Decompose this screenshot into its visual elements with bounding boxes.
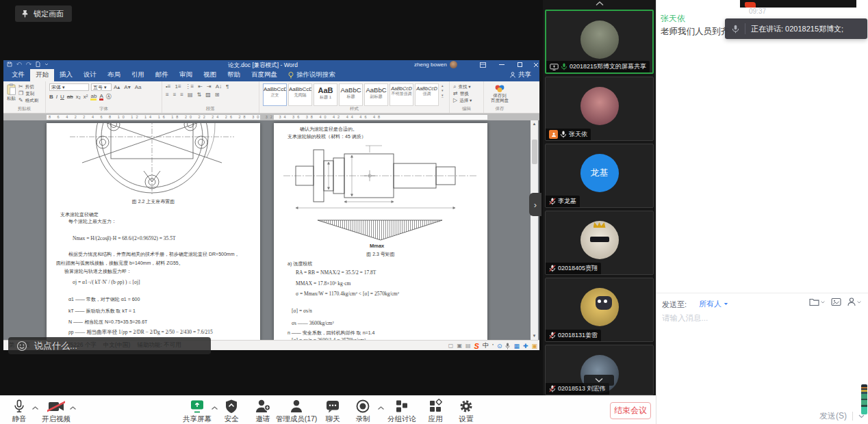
tab-review[interactable]: 审阅: [174, 68, 198, 81]
horizontal-ruler[interactable]: 8 6 4 2 2 4 6 8 10 12 14 16 18 20 22 24 …: [3, 114, 539, 120]
save-icon[interactable]: [7, 62, 12, 67]
sort-icon[interactable]: A↓: [216, 83, 222, 90]
quick-chat-overlay[interactable]: 说点什么...: [8, 337, 211, 354]
font-color-button[interactable]: A: [99, 94, 103, 101]
ribbon-display-options-button[interactable]: [476, 60, 489, 69]
format-painter-button[interactable]: ✎格式刷: [18, 97, 38, 104]
italic-button[interactable]: I: [56, 94, 58, 100]
send-button[interactable]: 发送(S): [819, 410, 847, 422]
tab-insert[interactable]: 插入: [54, 68, 78, 81]
end-meeting-button[interactable]: 结束会议: [610, 402, 651, 419]
change-case-icon[interactable]: Aa: [135, 84, 142, 90]
tab-view[interactable]: 视图: [198, 68, 222, 81]
video-options-chevron[interactable]: [69, 406, 77, 410]
qat-dropdown-icon[interactable]: [44, 63, 49, 66]
align-right-icon[interactable]: ≡: [180, 92, 183, 98]
copy-button[interactable]: ❐复制: [18, 90, 38, 97]
tab-home[interactable]: 开始: [30, 68, 54, 81]
font-name-select[interactable]: 宋体 ▾: [49, 83, 89, 91]
line-spacing-icon[interactable]: ⇅: [197, 92, 202, 98]
subscript-button[interactable]: x₂: [76, 94, 81, 100]
find-button[interactable]: ⌕查找 ▾: [453, 83, 480, 90]
replace-button[interactable]: ⇄替换: [453, 90, 480, 97]
ime-language-icon[interactable]: 中: [483, 341, 489, 350]
numbering-icon[interactable]: 1≡: [175, 83, 181, 90]
emoji-icon[interactable]: [16, 341, 27, 352]
web-layout-icon[interactable]: ▤: [465, 343, 471, 349]
participant-tile[interactable]: 02018405贲翔: [545, 211, 654, 275]
member-message-button[interactable]: [847, 297, 861, 306]
styles-gallery-more[interactable]: ▾̲: [442, 93, 444, 97]
document-area[interactable]: 图 2.2 上支座布置图 支承滚轮直径确定 每个滚轮上最大压力： Nmax = …: [3, 120, 539, 340]
undo-icon[interactable]: [16, 62, 22, 67]
paste-button[interactable]: 粘贴: [7, 83, 16, 104]
tab-baidu-pan[interactable]: 百度网盘: [246, 68, 283, 81]
ime-emoji-icon[interactable]: ⊙: [497, 343, 502, 349]
ime-punctuation-icon[interactable]: ’: [492, 343, 494, 349]
ime-mic-icon[interactable]: [505, 343, 510, 349]
scroll-up-arrow[interactable]: ▲: [531, 120, 538, 128]
participants-scroll-down[interactable]: [584, 375, 614, 386]
document-scrollbar[interactable]: ▲ ▼: [531, 120, 538, 340]
shading-icon[interactable]: ▨: [205, 92, 211, 98]
save-to-baidu-pan-button[interactable]: 保存到 百度网盘: [487, 84, 512, 103]
message-input[interactable]: 请输入消息...: [662, 313, 708, 323]
redo-icon[interactable]: [26, 62, 31, 67]
send-options-chevron[interactable]: [858, 414, 865, 419]
style-subtle-emphasis[interactable]: AaBbCcD 不明显强调: [390, 83, 413, 106]
read-mode-icon[interactable]: ▢: [448, 343, 454, 349]
start-video-button[interactable]: 开启视频: [34, 399, 78, 424]
multilevel-list-icon[interactable]: ⋮≡: [186, 83, 194, 90]
scroll-down-arrow[interactable]: ▼: [531, 332, 538, 340]
bullets-icon[interactable]: •≡: [166, 83, 170, 90]
increase-indent-icon[interactable]: ⇥: [207, 83, 212, 90]
record-button[interactable]: 录制: [341, 399, 385, 424]
pilcrow-icon[interactable]: ¶: [226, 83, 229, 90]
send-to-select[interactable]: 所有人: [699, 299, 728, 309]
borders-icon[interactable]: ⊞: [215, 92, 220, 98]
print-layout-icon[interactable]: ▣: [457, 343, 462, 349]
style-emphasis[interactable]: AaBbCcD 强调: [415, 83, 439, 106]
file-button[interactable]: [809, 297, 825, 306]
superscript-button[interactable]: x²: [84, 94, 88, 100]
font-size-select[interactable]: 五号 ▾: [91, 83, 112, 91]
style-subtitle[interactable]: AaBbC 副标题: [364, 83, 388, 106]
share-button[interactable]: 共享: [502, 68, 539, 81]
tell-me-search[interactable]: 操作说明搜索: [283, 68, 341, 81]
align-center-icon[interactable]: ≡: [173, 92, 177, 98]
participant-tile[interactable]: 张天依: [545, 77, 654, 141]
style-no-spacing[interactable]: AaBbCcD 无间隔: [288, 83, 312, 106]
restore-button[interactable]: [513, 60, 526, 69]
ime-keyboard-icon[interactable]: ▦: [513, 343, 520, 349]
style-title[interactable]: AaBbC 标题: [339, 83, 363, 106]
tab-mailings[interactable]: 邮件: [150, 68, 174, 81]
style-normal[interactable]: AaBbCcD 正文: [263, 83, 287, 106]
scrollbar-thumb[interactable]: [532, 140, 537, 164]
sogou-logo-icon[interactable]: S: [474, 342, 479, 350]
strikethrough-button[interactable]: ab: [67, 94, 73, 100]
tab-references[interactable]: 引用: [126, 68, 150, 81]
bold-button[interactable]: B: [49, 94, 53, 100]
tab-layout[interactable]: 布局: [102, 68, 126, 81]
align-left-icon[interactable]: ≡: [166, 92, 169, 98]
ime-skin-icon[interactable]: ▣: [531, 343, 537, 349]
participant-tile[interactable]: 龙基 李龙基: [545, 144, 654, 208]
pin-view-button[interactable]: 锁定画面: [15, 5, 72, 22]
participant-tile-sharing[interactable]: 02018215郑博文的屏幕共享: [545, 10, 654, 74]
underline-button[interactable]: U: [60, 94, 64, 100]
ime-toolbox-icon[interactable]: ✚: [523, 343, 528, 349]
decrease-indent-icon[interactable]: ⇤: [198, 83, 203, 90]
select-button[interactable]: ▷选择 ▾: [453, 97, 480, 104]
panel-collapse-tab[interactable]: ›: [529, 193, 541, 216]
new-document-icon[interactable]: [36, 62, 40, 67]
styles-scroll-up[interactable]: ▴: [442, 83, 444, 88]
tab-help[interactable]: 帮助: [222, 68, 246, 81]
cut-button[interactable]: ✂剪切: [18, 83, 38, 90]
justify-icon[interactable]: ▤: [188, 92, 193, 98]
shrink-font-icon[interactable]: A▾: [124, 84, 130, 90]
word-account-avatar[interactable]: [450, 61, 457, 68]
participant-tile[interactable]: 02018131姜雷: [545, 278, 654, 342]
tab-file[interactable]: 文件: [6, 68, 30, 81]
close-button[interactable]: [529, 60, 543, 69]
highlight-button[interactable]: ab: [90, 94, 97, 101]
